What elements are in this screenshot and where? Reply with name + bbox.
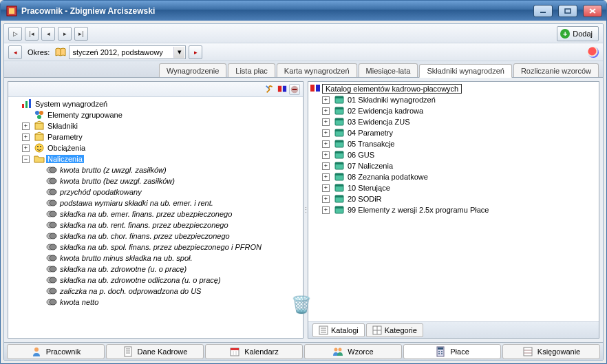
svg-point-39 [50,255,56,261]
orb-icon[interactable] [588,47,599,58]
svg-rect-11 [22,104,24,108]
toggle-icon[interactable]: + [322,107,330,115]
calendar-icon [229,346,240,357]
catalog-item[interactable]: +10 Sterujące [310,182,597,193]
catalog-item[interactable]: +07 Naliczenia [310,160,597,171]
bottom-tab-pracownik[interactable]: Pracownik [7,344,105,359]
person-icon [31,346,42,357]
top-tab-0[interactable]: Wynagrodzenie [159,63,226,77]
tree-item-obciazenia[interactable]: +Obciążenia [10,142,301,153]
catalog-item[interactable]: +08 Zeznania podatkowe [310,171,597,182]
tree-item-calc[interactable]: składka na ub. społ. finans. przez ubezp… [10,242,301,253]
toggle-icon[interactable]: + [322,151,330,159]
wrench-icon[interactable] [264,84,275,95]
flag-pair-icon[interactable] [277,84,288,95]
toggle-icon[interactable]: + [22,122,30,130]
maximize-button[interactable] [558,5,577,17]
toggle-icon[interactable]: − [22,156,30,163]
svg-point-31 [50,211,56,217]
catalog-item[interactable]: +01 Składniki wynagrodzeń [310,94,597,105]
top-tab-5[interactable]: Rozliczanie wzorców [513,63,599,77]
booklet-icon [334,160,345,171]
catalog-item[interactable]: +03 Ewidencja ZUS [310,116,597,127]
catalog-item[interactable]: +99 Elementy z wersji 2.5x programu Płac… [310,204,597,215]
rec-first-button[interactable]: |◂ [25,27,39,41]
period-prev-button[interactable]: ◂ [8,45,22,59]
tree-item-calc[interactable]: zaliczka na p. doch. odprowadzona do US [10,286,301,297]
bottom-tab-księgowanie[interactable]: Księgowanie [502,344,600,359]
tree-item-calc[interactable]: składka na ub. rent. finans. przez ubezp… [10,220,301,231]
tree-item-parametry[interactable]: +Parametry [10,131,301,142]
toggle-icon[interactable]: + [22,144,30,152]
tree-item-calc[interactable]: kwota brutto (bez uwzgl. zasiłków) [10,175,301,186]
top-tab-4[interactable]: Składniki wynagrodzeń [419,64,512,78]
toggle-icon[interactable]: + [22,133,30,141]
remove-icon[interactable] [289,84,300,95]
rec-last-button[interactable]: ▸| [74,27,88,41]
period-next-button[interactable]: ▸ [189,45,202,59]
booklet-icon [334,171,345,182]
tree-item-calc[interactable]: składka na ub. emer. finans. przez ubezp… [10,208,301,220]
toggle-icon[interactable]: + [322,118,330,126]
bottom-tab-płace[interactable]: Płace [403,344,501,359]
svg-point-19 [35,144,43,152]
toggle-icon[interactable]: + [322,140,330,148]
rec-next-button[interactable]: ▸ [58,27,72,41]
bottom-tab-label: Wzorce [348,347,373,356]
tree-label: składka na ub. społ. finans. przez ubezp… [58,243,263,251]
toggle-icon[interactable]: + [322,96,330,104]
tree-item-calc[interactable]: podstawa wymiaru składki na ub. emer. i … [10,197,301,208]
calcitem-icon [46,275,57,286]
sub-tab-katalogi[interactable]: Katalogi [312,323,365,337]
catalog-item[interactable]: +20 SODiR [310,193,597,204]
bottom-tab-kalendarz[interactable]: Kalendarz [205,344,303,359]
catalog-item[interactable]: +04 Parametry [310,127,597,138]
bottom-tab-dane-kadrowe[interactable]: Dane Kadrowe [106,344,204,359]
tree-item-calc[interactable]: kwota brutto minus składka na ub. społ. [10,253,301,264]
minimize-button[interactable] [533,5,553,17]
svg-rect-13 [29,99,31,108]
bottom-tab-label: Dane Kadrowe [138,347,188,356]
toggle-icon[interactable]: + [322,173,330,181]
top-tab-label: Wynagrodzenie [167,67,219,75]
bottom-tab-label: Kalendarz [244,347,279,356]
toggle-icon[interactable]: + [322,206,330,214]
right-tree[interactable]: Katalog elementów kadrowo-płacowych+01 S… [308,82,599,321]
top-tab-1[interactable]: Lista płac [228,63,275,77]
rec-play-button[interactable]: ▷ [8,27,22,41]
add-button[interactable]: + Dodaj [557,26,599,41]
chevron-down-icon[interactable]: ▾ [173,47,184,58]
tree-item-skladniki[interactable]: +Składniki [10,120,301,131]
period-combo[interactable]: styczeń 2012, podstawowy ▾ [69,45,186,59]
catalog-item[interactable]: +02 Ewidencja kadrowa [310,105,597,116]
catalog-header[interactable]: Katalog elementów kadrowo-płacowych [310,83,597,94]
tree-item-calc[interactable]: składka na ub. zdrowotne odliczona (u. o… [10,275,301,286]
nav-toolbar: ▷ |◂ ◂ ▸ ▸| + Dodaj [4,24,603,43]
toggle-icon[interactable]: + [322,184,330,192]
tree-item-calc[interactable]: składka na ub. chor. finans. przez ubezp… [10,231,301,242]
toggle-icon[interactable]: + [322,195,330,203]
titlebar[interactable]: Pracownik - Zbigniew Arciszewski [1,1,606,21]
trash-icon[interactable]: 🗑️ [291,295,312,314]
tree-item-calc[interactable]: składka na ub. zdrowotne (u. o pracę) [10,264,301,275]
sub-tab-kategorie[interactable]: Kategorie [366,323,423,337]
top-tab-3[interactable]: Miesiące-lata [359,63,418,77]
tree-item-calc[interactable]: kwota brutto (z uwzgl. zasiłków) [10,164,301,175]
toggle-icon [34,200,42,207]
top-tab-2[interactable]: Karta wynagrodzeń [277,63,357,77]
tree-root[interactable]: System wynagrodzeń [10,98,301,109]
bottom-tab-wzorce[interactable]: Wzorce [304,344,402,359]
tree-item-grouped[interactable]: Elementy zgrupowane [10,109,301,120]
toggle-icon[interactable]: + [322,129,330,137]
left-tree[interactable]: System wynagrodzeńElementy zgrupowane+Sk… [8,97,303,338]
tree-item-calc[interactable]: kwota netto [10,297,301,308]
rec-prev-button[interactable]: ◂ [41,27,55,41]
tree-item-calc[interactable]: przychód opodatkowany [10,186,301,197]
bchart-icon [21,98,32,109]
close-button[interactable] [583,5,602,17]
tree-item-naliczenia[interactable]: −Naliczenia [10,153,301,164]
catalog-item[interactable]: +06 GUS [310,149,597,160]
catalog-item[interactable]: +05 Transakcje [310,138,597,149]
toggle-icon[interactable]: + [322,162,330,170]
calcitem-icon [46,242,57,253]
